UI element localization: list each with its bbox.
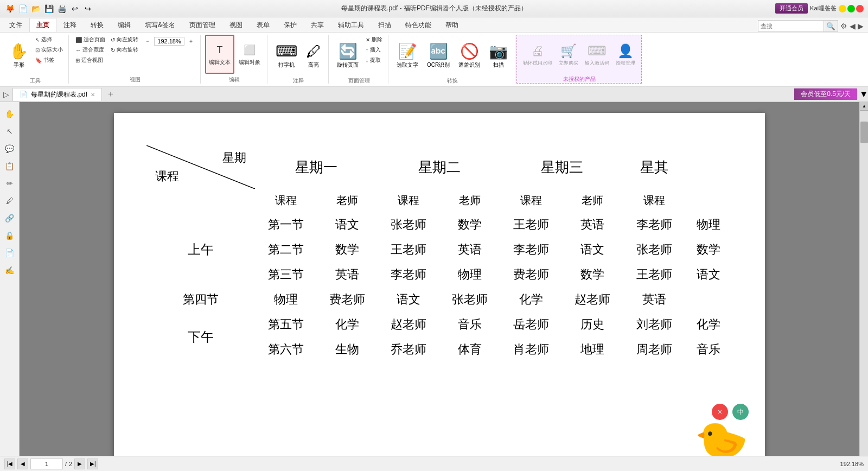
extract-button[interactable]: ↓ 提取 [363, 55, 385, 65]
bookmark-button[interactable]: 🔖 书签 [33, 55, 65, 65]
buy-now-button[interactable]: 🛒 立即购买 [556, 35, 581, 74]
edit-text-button[interactable]: T 编辑文本 [205, 35, 234, 74]
close-button[interactable] [856, 5, 864, 12]
typewriter-button[interactable]: ⌨ 打字机 [272, 35, 301, 76]
test-print-button[interactable]: 🖨 勒怀试用水印 [520, 35, 555, 74]
delete-icon: ✕ [366, 37, 370, 43]
schedule-table: 课程 星期 星期一 星期二 星期三 星其 课程 老师 课程 老师 [146, 145, 732, 362]
rotate-page-button[interactable]: 🔄 旋转页面 [333, 35, 362, 76]
tab-home[interactable]: 主页 [29, 18, 56, 32]
w1-r1-teacher: 张老师 [378, 212, 439, 237]
add-tab-button[interactable]: ＋ [102, 87, 119, 101]
tab-protect[interactable]: 保护 [277, 18, 304, 32]
green-circle-btn[interactable]: 中 [732, 404, 749, 420]
sidebar-sign-icon[interactable]: ✍ [2, 263, 17, 278]
tab-comment[interactable]: 注释 [56, 18, 84, 32]
hand-tool-button[interactable]: ✋ 手形 [5, 35, 32, 76]
sidebar-copy-icon[interactable]: 📋 [2, 158, 17, 174]
minimize-button[interactable] [839, 5, 846, 12]
w3-r5-course: 历史 [562, 312, 623, 337]
sidebar-cursor-icon[interactable]: ↖ [2, 124, 17, 139]
search-area: 🔍 ⚙ ◀ ▶ [758, 20, 868, 32]
rotate-left-button[interactable]: ↺ 向左旋转 [108, 35, 141, 44]
w1-r4-teacher: 费老师 [316, 287, 378, 312]
w3-r5-teacher: 刘老师 [623, 312, 685, 337]
week3-header: 星期三 [501, 145, 623, 189]
scroll-up-button[interactable]: ▲ [860, 102, 868, 111]
tab-close-button[interactable]: ✕ [91, 92, 95, 98]
cover-button[interactable]: 🚫 遮盖识别 [455, 35, 484, 76]
zoom-out-button[interactable]: － [142, 35, 154, 48]
expand-panel-button[interactable]: ▷ [0, 90, 12, 99]
ocr-button[interactable]: 🔤 OCR识别 [423, 35, 454, 76]
tab-dropdown[interactable]: ▼ [859, 90, 868, 99]
sidebar-stamp-icon[interactable]: 📄 [2, 245, 17, 260]
watermark-area: × 中 🐤 头条 @极速手助 [662, 404, 749, 456]
sidebar-comment-icon[interactable]: 💬 [2, 141, 17, 156]
tab-forms[interactable]: 表单 [250, 18, 277, 32]
w3-course-header: 课程 [501, 189, 562, 212]
tab-assist[interactable]: 辅助工具 [331, 18, 371, 32]
highlight-button[interactable]: 🖊 高亮 [302, 35, 325, 76]
pagemgr-group-content: 🔄 旋转页面 ✕ 删除 ↑ 插入 ↓ 提取 [333, 35, 385, 76]
tab-scan[interactable]: 扫描 [371, 18, 398, 32]
duck-emoji: 🐤 [694, 422, 749, 456]
actual-size-button[interactable]: ⊡ 实际大小 [33, 45, 65, 55]
tab-file[interactable]: 文件 [2, 18, 29, 32]
extract-icon: ↓ [366, 58, 368, 63]
tab-filename: 每星期的课程表.pdf [31, 90, 87, 99]
search-button[interactable]: 🔍 [824, 21, 838, 31]
activate-button[interactable]: ⌨ 输入激活码 [582, 35, 612, 74]
select-button[interactable]: ↖ 选择 [33, 35, 65, 44]
w1-r2-teacher: 王老师 [378, 237, 439, 262]
undo-icon: ↩ [69, 3, 80, 14]
sidebar-pen-icon[interactable]: ✏ [2, 176, 17, 191]
select-text-button[interactable]: 📝 选取文字 [393, 35, 422, 76]
rotate-right-button[interactable]: ↻ 向右旋转 [108, 45, 141, 55]
settings-icon[interactable]: ⚙ [840, 22, 847, 30]
vip-banner[interactable]: 会员低至0.5元/天 [794, 88, 857, 100]
tab-pagemgr[interactable]: 页面管理 [182, 18, 222, 32]
first-page-button[interactable]: |◀ [4, 459, 15, 469]
tab-special[interactable]: 特色功能 [398, 18, 438, 32]
highlight-icon: 🖊 [306, 42, 321, 60]
maximize-button[interactable] [847, 5, 855, 12]
back-icon[interactable]: ◀ [850, 22, 856, 30]
fit-view-button[interactable]: ⊞ 适合视图 [73, 55, 107, 65]
insert-button[interactable]: ↑ 插入 [363, 45, 385, 55]
tab-view[interactable]: 视图 [222, 18, 250, 32]
open-vip-button[interactable]: 开通会员 [775, 3, 808, 14]
zoom-in-button[interactable]: ＋ [185, 35, 197, 48]
cover-icon: 🚫 [460, 42, 479, 60]
search-input[interactable] [758, 23, 824, 29]
tab-help[interactable]: 帮助 [438, 18, 465, 32]
tab-convert[interactable]: 转换 [84, 18, 111, 32]
w3-r2-course: 语文 [562, 237, 623, 262]
sidebar-highlight-icon[interactable]: 🖊 [2, 193, 17, 208]
period-4: 第四节 [146, 287, 255, 312]
pdf-viewer: 课程 星期 星期一 星期二 星期三 星其 课程 老师 课程 老师 [20, 102, 859, 456]
fit-width-button[interactable]: ↔ 适合宽度 [73, 45, 107, 55]
forward-icon[interactable]: ▶ [858, 22, 864, 30]
tab-edit[interactable]: 编辑 [111, 18, 138, 32]
fit-page-button[interactable]: ⬛ 适合页面 [73, 35, 107, 44]
edit-obj-button[interactable]: ⬜ 编辑对象 [235, 35, 264, 74]
delete-button[interactable]: ✕ 删除 [363, 35, 385, 44]
page-number-input[interactable] [30, 459, 63, 469]
next-page-button[interactable]: ▶ [74, 459, 85, 469]
w4-r2-course: 数学 [685, 237, 732, 262]
sidebar-hand-icon[interactable]: ✋ [2, 106, 17, 122]
red-circle-btn[interactable]: × [712, 404, 728, 420]
right-scrollbar[interactable]: ▲ [859, 102, 868, 456]
document-tab[interactable]: 📄 每星期的课程表.pdf ✕ [12, 88, 102, 101]
auth-manage-button[interactable]: 👤 授权管理 [613, 35, 638, 74]
tab-form[interactable]: 填写&签名 [138, 18, 182, 32]
prev-page-button[interactable]: ◀ [17, 459, 28, 469]
tab-share[interactable]: 共享 [304, 18, 331, 32]
scroll-thumb[interactable] [860, 122, 868, 143]
last-page-button[interactable]: ▶| [87, 459, 98, 469]
scan-button[interactable]: 📷 扫描 [485, 35, 512, 76]
sidebar-lock-icon[interactable]: 🔒 [2, 228, 17, 243]
afternoon-label: 下午 [146, 312, 255, 362]
sidebar-link-icon[interactable]: 🔗 [2, 211, 17, 226]
